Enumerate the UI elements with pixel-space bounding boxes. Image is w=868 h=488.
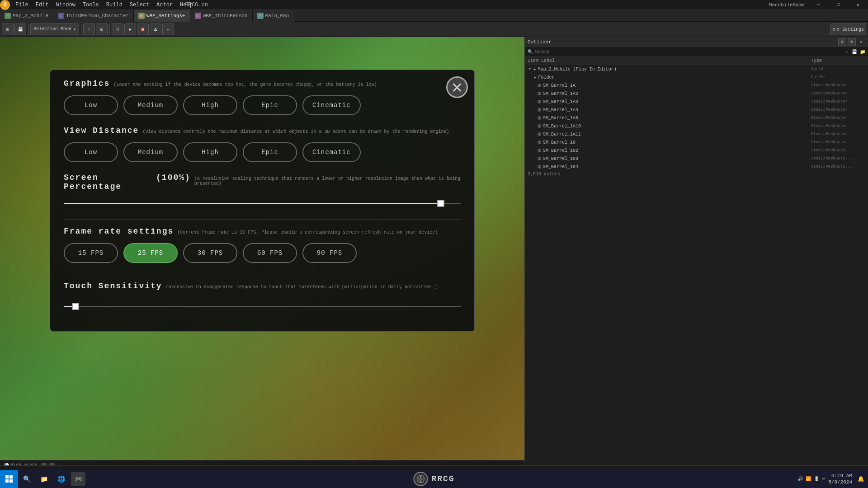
outliner-item-9[interactable]: SM_Barrel_103 StaticMeshActo... (525, 155, 868, 163)
settings-toolbar-btn[interactable]: ⚙ ⚙ Settings (830, 23, 866, 35)
toolbar-layout-btn[interactable]: ⊞ (2, 23, 14, 35)
fps-60-btn[interactable]: 60 FPS (243, 243, 297, 263)
expand-icon: ▼ (528, 67, 531, 71)
outliner-root-item[interactable]: ▼ ▶ Map_2_Mobile (Play In Editor) World (525, 65, 868, 73)
outliner-item-0[interactable]: SM_Barrel_1A StaticMeshActor (525, 81, 868, 89)
more-btn[interactable]: ⋯ (162, 23, 174, 35)
outliner-search-input[interactable] (535, 49, 844, 54)
settings-label: ⚙ Settings (837, 27, 864, 32)
graphics-btn-group: Low Medium High Epic Cinematic (64, 95, 461, 115)
graphics-medium-btn[interactable]: Medium (123, 95, 178, 115)
minimize-button[interactable]: ─ (808, 0, 828, 10)
menu-actor[interactable]: Actor (153, 0, 176, 10)
char-icon: C (58, 13, 64, 19)
play-btn[interactable]: ▶ (124, 23, 136, 35)
fps-25-btn[interactable]: 25 FPS (123, 243, 178, 263)
outliner-search-bar: 🔍 ▾ 💾 📁 (525, 47, 868, 57)
outliner-item-1[interactable]: SM_Barrel_1A2 StaticMeshActor (525, 89, 868, 98)
graphics-cinematic-btn[interactable]: Cinematic (302, 95, 361, 115)
taskbar-right: 🔊 📶 🔋 ⌨ 6:19 AM 5/8/2024 🔔 (797, 473, 864, 486)
tab-map2mobile[interactable]: M Map_2_Mobile (0, 10, 53, 22)
settings-close-button[interactable] (446, 76, 468, 98)
eject-btn[interactable]: ⏏ (150, 23, 161, 35)
selection-mode-dropdown[interactable]: Selection Mode ▾ (30, 23, 79, 35)
view-distance-low-btn[interactable]: Low (64, 142, 118, 162)
fps-90-btn[interactable]: 90 FPS (302, 243, 357, 263)
view-distance-desc: (View distance controls the maximum dist… (142, 129, 449, 134)
screen-percentage-slider-thumb[interactable] (437, 200, 444, 207)
view-distance-epic-btn[interactable]: Epic (243, 142, 297, 162)
taskbar-search-icon[interactable]: 🔍 (19, 472, 34, 486)
menu-build[interactable]: Build (103, 0, 126, 10)
root-arrow-icon: ▶ (533, 67, 536, 72)
taskbar-files-icon[interactable]: 📁 (37, 472, 51, 486)
item-label-7: SM_Barrel_10 (543, 140, 809, 145)
outliner-item-8[interactable]: SM_Barrel_102 StaticMeshActo... (525, 146, 868, 155)
svg-rect-3 (9, 479, 13, 483)
outliner-filter-btn[interactable]: ⊞ (838, 38, 846, 46)
touch-sensitivity-slider-thumb[interactable] (72, 303, 79, 310)
tab-wbp-settings[interactable]: W WBP_Settings+ (134, 10, 190, 22)
graphics-epic-btn[interactable]: Epic (243, 95, 297, 115)
outliner-item-6[interactable]: SM_Barrel_1A11 StaticMeshActor (525, 130, 868, 138)
outliner-item-3[interactable]: SM_Barrel_1A5 StaticMeshActor (525, 106, 868, 114)
menu-select[interactable]: Select (126, 0, 153, 10)
outliner-folder-item[interactable]: ▶ Folder Folder (525, 73, 868, 81)
toolbar-save-btn[interactable]: 💾 (14, 23, 26, 35)
root-label: Map_2_Mobile (Play In Editor) (538, 67, 809, 72)
outliner-close-btn[interactable]: ✕ (857, 38, 865, 46)
touch-sensitivity-desc: (excessive to exaggerated response to to… (166, 285, 437, 290)
tab-thirdperson-char[interactable]: C ThirdPerson_Character (53, 10, 134, 22)
outliner-item-10[interactable]: SM_Barrel_104 StaticMeshActo... (525, 163, 868, 171)
tab-main-map[interactable]: M Main_Map (253, 10, 294, 22)
pause-btn[interactable]: ⏸ (112, 23, 123, 35)
item-dot-8 (538, 149, 541, 152)
maximize-button[interactable]: □ (828, 0, 848, 10)
stop-btn[interactable]: ⏹ (137, 23, 149, 35)
item-type-9: StaticMeshActo... (811, 156, 865, 161)
transform-btn[interactable]: ↔ (83, 23, 95, 35)
outliner-item-7[interactable]: SM_Barrel_10 StaticMeshActo... (525, 138, 868, 146)
tray-icon-1[interactable]: 🔊 (797, 476, 803, 482)
settings-dialog: Graphics (Lower the setting if the devic… (50, 70, 475, 332)
view-distance-medium-btn[interactable]: Medium (123, 142, 178, 162)
outliner-item-5[interactable]: SM_Barrel_1A10 StaticMeshActor (525, 122, 868, 130)
column-type: Type (811, 58, 865, 63)
snap-btn[interactable]: ⊡ (96, 23, 108, 35)
outliner-item-4[interactable]: SM_Barrel_1A6 StaticMeshActor (525, 114, 868, 122)
view-distance-high-btn[interactable]: High (183, 142, 237, 162)
menu-bar: U File Edit Window Tools Build Select Ac… (0, 0, 868, 10)
tray-icon-4[interactable]: ⌨ (822, 476, 825, 482)
taskbar-browser-icon[interactable]: 🌐 (54, 472, 68, 486)
fps-15-btn[interactable]: 15 FPS (64, 243, 118, 263)
menu-edit[interactable]: Edit (32, 0, 52, 10)
outliner-settings-btn[interactable]: ⚙ (848, 38, 856, 46)
graphics-high-btn[interactable]: High (183, 95, 237, 115)
system-tray: 🔊 📶 🔋 ⌨ (797, 476, 825, 482)
item-type-7: StaticMeshActo... (811, 140, 865, 145)
menu-window[interactable]: Window (52, 0, 79, 10)
start-button[interactable] (0, 470, 18, 488)
graphics-low-btn[interactable]: Low (64, 95, 118, 115)
folder-icon: 📁 (860, 49, 865, 55)
tab-wbp-thirdperson[interactable]: W WBP_ThirdPerson (190, 10, 253, 22)
graphics-title: Graphics (64, 79, 110, 88)
window-title: RRCG.cn (185, 2, 208, 8)
svg-rect-1 (9, 475, 13, 479)
settings-content: Graphics (Lower the setting if the devic… (50, 70, 474, 331)
view-distance-cinematic-btn[interactable]: Cinematic (302, 142, 361, 162)
notification-icon[interactable]: 🔔 (858, 476, 864, 483)
widget2-icon: W (195, 13, 201, 19)
tray-icon-3[interactable]: 🔋 (814, 476, 819, 482)
taskbar-app-icon[interactable]: 🎮 (71, 472, 85, 486)
menu-tools[interactable]: Tools (79, 0, 103, 10)
close-button[interactable]: ✕ (848, 0, 868, 10)
item-type-6: StaticMeshActor (811, 132, 865, 136)
menu-file[interactable]: File (12, 0, 32, 10)
outliner-item-2[interactable]: SM_Barrel_1A3 StaticMeshActor (525, 98, 868, 106)
tray-icon-2[interactable]: 📶 (806, 476, 811, 482)
chevron-down-icon: ▾ (73, 27, 76, 32)
item-label-4: SM_Barrel_1A6 (543, 116, 809, 121)
fps-30-btn[interactable]: 30 FPS (183, 243, 237, 263)
unreal-logo[interactable]: U (0, 0, 10, 10)
